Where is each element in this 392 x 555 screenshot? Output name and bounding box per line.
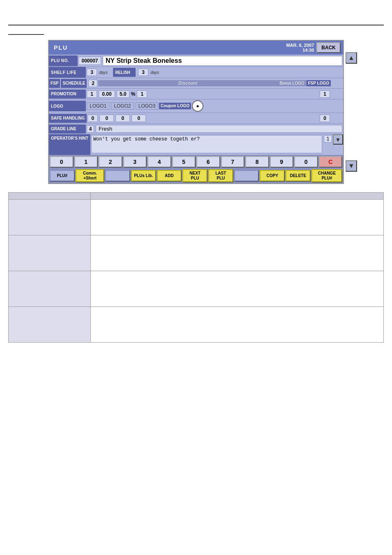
num-btn-0-right[interactable]: 0 [294, 156, 318, 168]
date-display: MAR. 6, 2007 [286, 43, 314, 48]
num-btn-8[interactable]: 8 [245, 156, 269, 168]
discount-label: Discount [98, 80, 277, 86]
table-row-1 [9, 200, 384, 235]
relish-days-label: days [150, 70, 159, 75]
logo-label: LOGO [49, 101, 86, 111]
shelf-life-value[interactable]: 3 [87, 69, 97, 76]
pct-val[interactable]: 5.0 [117, 90, 129, 98]
plus-lib-button[interactable]: PLUs Lib. [131, 170, 156, 182]
bonus-val[interactable]: 1 [137, 90, 147, 98]
num-btn-clear[interactable]: C [319, 156, 343, 168]
info-table [8, 192, 384, 343]
promotion-row: PROMOTION 1 0.00 5.0 % 1 1 [49, 89, 343, 99]
safe-val3[interactable]: 0 [115, 115, 130, 122]
table-row4-col1 [9, 307, 91, 343]
shelf-life-label: SHELF LIFE [49, 67, 86, 78]
numpad-row: 0 1 2 3 4 5 6 7 8 9 0 C [49, 155, 343, 168]
logo2-val[interactable]: LOGO2 [111, 102, 134, 110]
num-btn-4[interactable]: 4 [148, 156, 171, 168]
logo1-val[interactable]: LOGO1 [87, 102, 109, 110]
shelf-life-row: SHELF LIFE 3 days RELISH 3 days [49, 67, 343, 78]
pct-sign: % [131, 91, 136, 97]
underline-text: ____________ [8, 29, 384, 35]
relish-value[interactable]: 3 [138, 69, 148, 76]
table-row-2 [9, 235, 384, 271]
fsp-schedule-label: SCHEDULE [61, 79, 87, 88]
safe-val2[interactable]: 0 [99, 115, 114, 122]
plu-title: PLU [51, 43, 286, 53]
num-btn-1[interactable]: 1 [74, 156, 98, 168]
shelf-days-label: days [99, 70, 108, 75]
table-row3-col1 [9, 271, 91, 307]
bottom-buttons-row: PLU# Comm. +Short PLUs Lib. ADD NEXT PLU… [49, 168, 343, 183]
circle-button[interactable]: ● [192, 100, 203, 112]
fsp-promo-val[interactable]: 1 [320, 90, 330, 98]
plu-no-label: PLU NO. [49, 55, 78, 66]
empty-btn-2 [234, 170, 259, 182]
fsp-row: FSP SCHEDULE 2 Discount Bonus LOGO FSP L… [49, 78, 343, 89]
num-btn-3[interactable]: 3 [123, 156, 147, 168]
relish-label: RELISH [113, 68, 136, 77]
safe-handling-label: SAFE HANDLING [49, 114, 87, 123]
table-row-4 [9, 307, 384, 343]
grade-num[interactable]: 4 [87, 125, 94, 133]
fsp-label: FSP [49, 79, 60, 88]
safe-val1[interactable]: 0 [88, 115, 98, 122]
top-divider [8, 25, 384, 25]
bonus-logo-label: Bonus LOGO [277, 80, 306, 86]
safe-val4[interactable]: 0 [131, 115, 146, 122]
table-col1-header [9, 193, 91, 200]
empty-btn-1 [105, 170, 130, 182]
table-row4-col2 [91, 307, 384, 343]
plu-number: 000007 [78, 57, 101, 65]
scroll-down-arrow[interactable]: ▼ [346, 160, 357, 172]
table-row-header [9, 193, 384, 200]
fsp-logo-label: FSP LOGO [307, 80, 331, 86]
table-row1-col2 [91, 200, 384, 235]
promo-val[interactable]: 1 [87, 90, 97, 98]
time-display: 14:30 [302, 48, 314, 53]
promotion-label: PROMOTION [49, 90, 86, 99]
discount-val[interactable]: 0.00 [99, 90, 115, 98]
safe-handling-row: SAFE HANDLING 0 0 0 0 0 [49, 113, 343, 124]
grade-line-row: GRADE LINE 4 Fresh [49, 124, 343, 134]
page-container: ____________ PLU MAR. 6, 2007 14:30 BACK… [0, 0, 392, 555]
num-btn-2[interactable]: 2 [99, 156, 122, 168]
next-plu-button[interactable]: NEXT PLU [182, 169, 208, 182]
table-row2-col2 [91, 235, 384, 271]
coupon-logo-label: Coupon LOGO [159, 103, 191, 109]
hint-page: 1 [324, 135, 332, 143]
add-button[interactable]: ADD [157, 170, 182, 182]
num-btn-9[interactable]: 9 [270, 156, 294, 168]
relish-section: RELISH 3 days [113, 68, 343, 77]
table-col2-header [91, 193, 384, 200]
copy-button[interactable]: COPY [260, 170, 285, 182]
num-btn-0-left[interactable]: 0 [50, 156, 74, 168]
comm-short-button[interactable]: Comm. +Short [76, 169, 104, 182]
change-plu-button[interactable]: CHANGE PLU# [311, 169, 342, 182]
hint-down-arrow[interactable]: ▼ [333, 134, 343, 145]
last-plu-button[interactable]: LAST PLU [208, 169, 233, 182]
operators-hint-text[interactable]: Won't you get some cheese togeth er? [91, 135, 322, 153]
plu-name[interactable]: NY Strip Steak Boneless [103, 56, 342, 66]
plu-panel: PLU MAR. 6, 2007 14:30 BACK PLU NO. 0000… [48, 40, 344, 184]
logo3-val[interactable]: LOGO3 [136, 102, 158, 110]
fsp-schedule-value[interactable]: 2 [88, 80, 97, 87]
table-row1-col1 [9, 200, 91, 235]
num-btn-5[interactable]: 5 [172, 156, 196, 168]
plu-header: PLU MAR. 6, 2007 14:30 BACK [49, 41, 343, 55]
grade-text[interactable]: Fresh [96, 125, 342, 133]
safe-val5[interactable]: 0 [320, 115, 330, 122]
plu-no-row: PLU NO. 000007 NY Strip Steak Boneless [49, 55, 343, 67]
date-time: MAR. 6, 2007 14:30 [286, 43, 314, 53]
num-btn-6[interactable]: 6 [196, 156, 220, 168]
operators-hint-row: OPERATOR'S HINT Won't you get some chees… [49, 134, 343, 155]
back-button[interactable]: BACK [316, 42, 341, 53]
scroll-up-arrow[interactable]: ▲ [346, 52, 357, 64]
num-btn-7[interactable]: 7 [221, 156, 245, 168]
plu-panel-wrapper: PLU MAR. 6, 2007 14:30 BACK PLU NO. 0000… [48, 40, 344, 184]
table-row-3 [9, 271, 384, 307]
delete-button[interactable]: DELETE [286, 170, 311, 182]
plu-hash-button[interactable]: PLU# [50, 170, 75, 182]
table-row2-col1 [9, 235, 91, 271]
